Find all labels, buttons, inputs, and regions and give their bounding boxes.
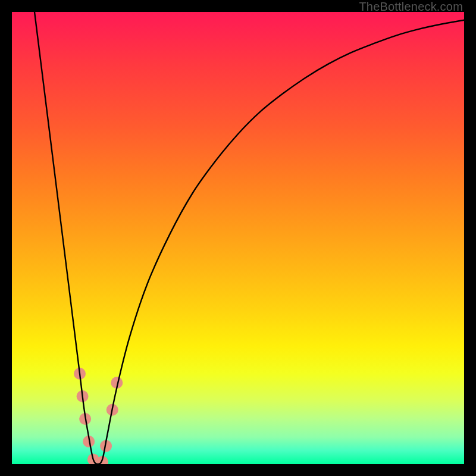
chart-frame: TheBottleneck.com: [0, 0, 476, 476]
watermark-text: TheBottleneck.com: [359, 0, 463, 14]
plot-area: [12, 12, 464, 464]
bottleneck-curve-path: [35, 12, 464, 464]
chart-svg: [12, 12, 464, 464]
